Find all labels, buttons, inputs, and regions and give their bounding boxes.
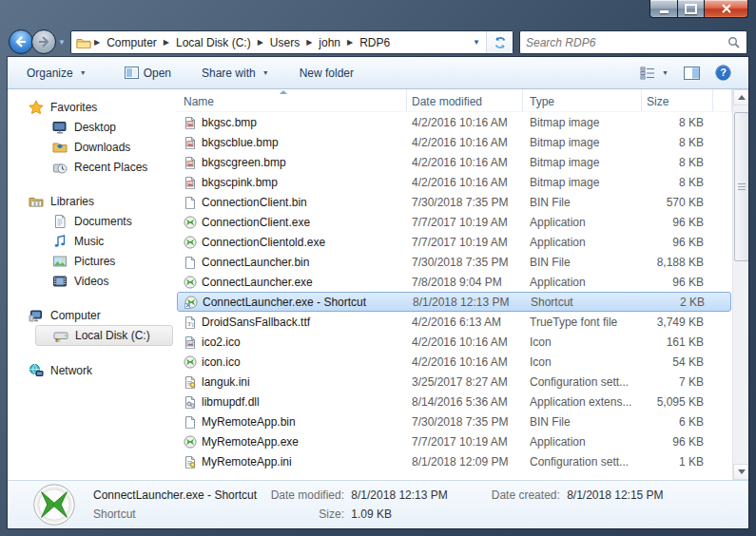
sidebar-item-music[interactable]: Music (8, 231, 177, 251)
bmp-file-icon (184, 136, 197, 149)
file-type: TrueType font file (523, 316, 642, 329)
file-row[interactable]: icon.ico4/2/2016 10:16 AMIcon54 KB (177, 352, 732, 372)
details-dates: Date modified: 8/1/2018 12:13 PM Size: 1… (262, 488, 448, 521)
address-bar[interactable]: ▶Computer▶Local Disk (C:)▶Users▶john▶RDP… (70, 30, 514, 54)
file-row[interactable]: languk.ini3/25/2017 8:27 AMConfiguration… (177, 372, 732, 392)
breadcrumb-segment[interactable]: Computer (103, 34, 161, 51)
file-row[interactable]: MyRemoteApp.exe7/7/2017 10:19 AMApplicat… (177, 431, 732, 451)
scrollbar-thumb[interactable] (734, 112, 748, 261)
sidebar-item-favorites[interactable]: Favorites (8, 97, 177, 117)
breadcrumb-separator-icon[interactable]: ▶ (344, 38, 356, 47)
open-icon (125, 67, 139, 79)
scroll-up-button[interactable] (733, 89, 748, 105)
file-name-cell: TTDroidSansFallback.ttf (177, 316, 407, 329)
sidebar-item-documents[interactable]: Documents (8, 211, 177, 231)
breadcrumb-separator-icon[interactable]: ▶ (161, 38, 172, 47)
minimize-button[interactable] (649, 0, 677, 18)
file-row[interactable]: ico2.ico4/2/2016 10:16 AMIcon161 KB (177, 332, 732, 352)
preview-pane-button[interactable] (676, 63, 708, 84)
breadcrumb-segment[interactable]: Local Disk (C:) (172, 34, 255, 51)
breadcrumb-separator-icon[interactable]: ▶ (255, 38, 266, 47)
sidebar-item-label: Pictures (74, 255, 115, 268)
file-name: MyRemoteApp.ini (202, 455, 292, 469)
file-size: 2 KB (643, 296, 714, 309)
bmp-file-icon (184, 116, 197, 129)
sidebar-item-label: Computer (50, 309, 101, 322)
exe-app-icon (184, 216, 197, 229)
back-button[interactable] (9, 29, 33, 54)
sidebar-item-recent-places[interactable]: Recent Places (8, 157, 177, 177)
change-view-button[interactable]: ▼ (632, 63, 676, 84)
file-row[interactable]: ConnectLauncher.exe7/8/2018 9:04 PMAppli… (177, 272, 732, 292)
file-name-cell: libmupdf.dll (177, 395, 407, 409)
file-date-modified: 4/2/2016 10:16 AM (407, 136, 523, 149)
file-row[interactable]: bkgscpink.bmp4/2/2016 10:16 AMBitmap ima… (177, 172, 732, 192)
recent-pages-caret-icon[interactable]: ▼ (58, 38, 66, 47)
file-date-modified: 7/30/2018 7:35 PM (407, 256, 523, 269)
maximize-button[interactable] (677, 0, 704, 18)
search-box[interactable] (519, 30, 747, 54)
sidebar-item-pictures[interactable]: Pictures (8, 251, 177, 271)
file-row[interactable]: TTDroidSansFallback.ttf4/2/2016 6:13 AMT… (177, 312, 732, 332)
search-input[interactable] (520, 36, 727, 49)
file-row[interactable]: ConnectionClient.exe7/7/2017 10:19 AMApp… (177, 212, 732, 232)
file-row[interactable]: libmupdf.dll8/14/2016 5:36 AMApplication… (177, 392, 732, 412)
file-row[interactable]: MyRemoteApp.ini8/1/2018 12:09 PMConfigur… (177, 451, 732, 471)
file-date-modified: 7/7/2017 10:19 AM (407, 236, 523, 249)
forward-button[interactable] (31, 29, 56, 54)
file-type: BIN File (523, 256, 642, 269)
sidebar-item-local-disk-c-[interactable]: Local Disk (C:) (35, 325, 173, 346)
organize-button[interactable]: Organize ▼ (19, 63, 94, 84)
close-button[interactable] (704, 0, 748, 18)
pictures-icon (52, 254, 68, 269)
sidebar-item-videos[interactable]: Videos (8, 271, 177, 291)
address-dropdown-caret-icon[interactable]: ▼ (467, 38, 486, 47)
breadcrumb-segment[interactable]: john (315, 34, 344, 51)
sidebar-item-network[interactable]: Network (8, 360, 177, 380)
file-name: ConnectionClient.exe (202, 216, 310, 229)
address-folder-icon[interactable] (76, 35, 91, 50)
file-row-selected[interactable]: ConnectLauncher.exe - Shortcut8/1/2018 1… (177, 292, 731, 312)
documents-icon (52, 214, 68, 229)
file-row[interactable]: MyRemoteApp.bin7/30/2018 7:35 PMBIN File… (177, 412, 732, 431)
date-modified-value: 8/1/2018 12:13 PM (351, 488, 447, 502)
open-button[interactable]: Open (117, 63, 179, 84)
navigation-bar: ▼ ▶Computer▶Local Disk (C:)▶Users▶john▶R… (0, 27, 756, 57)
scroll-down-button[interactable] (733, 464, 748, 480)
column-header-date-modified[interactable]: Date modified (407, 89, 523, 111)
new-folder-button[interactable]: New folder (292, 63, 361, 84)
breadcrumb-segment[interactable]: RDP6 (356, 34, 394, 51)
refresh-button[interactable] (486, 31, 513, 53)
search-icon[interactable] (727, 36, 741, 49)
column-header-row: NameDate modifiedTypeSize (177, 89, 732, 112)
ini-file-icon (184, 375, 197, 389)
sidebar-item-computer[interactable]: Computer (8, 305, 177, 325)
file-row[interactable]: ConnectionClient.bin7/30/2018 7:35 PMBIN… (177, 192, 732, 212)
thumb-grip (738, 186, 746, 187)
file-row[interactable]: ConnectLauncher.bin7/30/2018 7:35 PMBIN … (177, 252, 732, 272)
share-with-button[interactable]: Share with ▼ (194, 63, 277, 84)
sidebar-item-desktop[interactable]: Desktop (8, 117, 177, 137)
column-header-name[interactable]: Name (177, 89, 407, 111)
breadcrumb: ▶Computer▶Local Disk (C:)▶Users▶john▶RDP… (91, 34, 467, 51)
help-button[interactable]: ? (708, 61, 739, 85)
file-date-modified: 4/2/2016 10:16 AM (407, 176, 523, 189)
file-row[interactable]: ConnectionClientold.exe7/7/2017 10:19 AM… (177, 232, 732, 252)
column-header-type[interactable]: Type (523, 89, 642, 111)
breadcrumb-segment[interactable]: Users (266, 34, 303, 51)
column-header-label: Name (184, 95, 214, 108)
sidebar-item-libraries[interactable]: Libraries (8, 191, 177, 211)
breadcrumb-separator-icon[interactable]: ▶ (303, 38, 315, 47)
file-name-cell: bkgscpink.bmp (177, 176, 407, 189)
file-row[interactable]: bkgscgreen.bmp4/2/2016 10:16 AMBitmap im… (177, 152, 732, 172)
sidebar-item-downloads[interactable]: Downloads (8, 137, 177, 157)
file-date-modified: 7/7/2017 10:19 AM (407, 216, 523, 229)
file-row[interactable]: bkgsc.bmp4/2/2016 10:16 AMBitmap image8 … (177, 112, 732, 132)
file-row[interactable]: bkgscblue.bmp4/2/2016 10:16 AMBitmap ima… (177, 132, 732, 152)
breadcrumb-separator-icon[interactable]: ▶ (91, 38, 103, 47)
videos-icon (52, 274, 68, 289)
exe-app-icon (184, 276, 197, 289)
vertical-scrollbar[interactable] (732, 89, 748, 480)
file-size: 8,188 KB (642, 256, 713, 269)
column-header-size[interactable]: Size (642, 89, 713, 111)
